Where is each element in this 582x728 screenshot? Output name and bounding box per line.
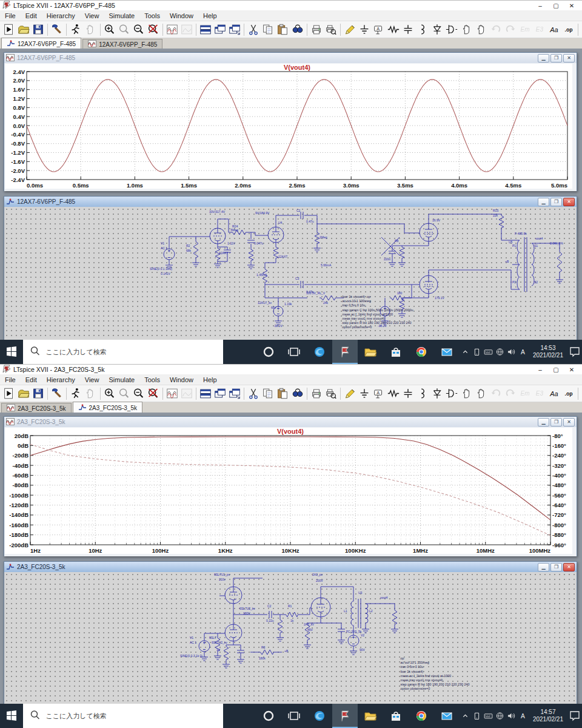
mark-em-icon[interactable]: Em [518, 386, 532, 401]
menu-hierarchy[interactable]: Hierarchy [42, 376, 80, 384]
menu-simulate[interactable]: Simulate [104, 376, 139, 384]
move-icon[interactable] [459, 22, 473, 37]
component-icon[interactable] [444, 386, 459, 401]
control-panel-icon[interactable] [50, 386, 64, 401]
menu-edit[interactable]: Edit [21, 12, 42, 20]
tile-windows-icon[interactable] [198, 386, 213, 401]
tab-12ax7-6v6pp_f-485[interactable]: 12AX7-6V6PP_F-485 [1, 38, 81, 49]
pencil-icon[interactable] [343, 22, 357, 37]
child-minimize-button[interactable]: ▁ [538, 418, 549, 426]
diode-icon[interactable] [430, 386, 444, 401]
bode-window-titlebar[interactable]: 2A3_FC20S-3_5k ▁ ❐ ✕ [4, 417, 577, 427]
pause-hand-icon[interactable] [83, 386, 98, 401]
zoom-out-icon[interactable] [132, 386, 146, 401]
schematic-window-titlebar[interactable]: 2A3_FC20S-3_5k ▁ ❐ ✕ [4, 562, 577, 572]
zoom-full-icon[interactable] [146, 22, 161, 37]
tray-volume-icon[interactable] [506, 345, 517, 359]
move-icon[interactable] [459, 386, 473, 401]
paste-icon[interactable] [275, 386, 290, 401]
taskbar-app-task-view[interactable] [281, 704, 307, 728]
menu-file[interactable]: File [0, 12, 21, 20]
child-restore-button[interactable]: ❐ [550, 54, 562, 62]
text-aa-icon[interactable]: Aa [547, 386, 561, 401]
tray-device-icon[interactable] [471, 709, 483, 723]
tray-network-globe-icon[interactable] [494, 709, 506, 723]
tray-keyboard-icon[interactable] [483, 709, 494, 723]
zoom-back-icon[interactable] [117, 386, 132, 401]
waveform-icon[interactable] [165, 22, 179, 37]
waveform-plot-area[interactable]: 2.4V2.0V1.6V1.2V0.8V0.4V0.0V-0.4V-0.8V-1… [4, 63, 577, 191]
start-button[interactable] [0, 704, 23, 728]
taskbar-app-task-view[interactable] [281, 340, 307, 364]
taskbar-app-store[interactable] [383, 340, 409, 364]
paste-icon[interactable] [275, 22, 290, 37]
zoom-back-icon[interactable] [117, 22, 132, 37]
waveform-window-titlebar[interactable]: 12AX7-6V6PP_F-485 ▁ ❐ ✕ [4, 53, 577, 63]
undo-icon[interactable] [489, 386, 503, 401]
tab-2a3_fc20s-3_5k[interactable]: 2A3_FC20S-3_5k [73, 402, 143, 413]
taskbar-app-edge[interactable] [307, 704, 332, 728]
spice-directive-icon[interactable]: .op [561, 22, 576, 37]
tray-chevron-up-icon[interactable] [460, 709, 471, 723]
save-icon[interactable] [31, 386, 45, 401]
menu-window[interactable]: Window [165, 12, 198, 20]
menu-file[interactable]: File [0, 376, 21, 384]
taskbar-app-chrome[interactable] [409, 704, 434, 728]
taskbar-app-edge[interactable] [307, 340, 332, 364]
print-preview-icon[interactable] [324, 22, 338, 37]
run-icon[interactable] [2, 22, 16, 37]
taskbar-app-ltspice[interactable] [332, 340, 358, 364]
tile-windows-icon[interactable] [198, 22, 213, 37]
runner-icon[interactable] [69, 22, 83, 37]
capacitor-icon[interactable] [401, 22, 415, 37]
open-icon[interactable] [16, 386, 31, 401]
inductor-icon[interactable] [415, 22, 430, 37]
text-aa-icon[interactable]: Aa [547, 22, 561, 37]
child-minimize-button[interactable]: ▁ [538, 563, 549, 571]
tab-12ax7-6v6pp_f-485[interactable]: 12AX7-6V6PP_F-485 [82, 39, 162, 49]
child-close-button[interactable]: ✕ [563, 563, 575, 571]
cascade-windows-icon[interactable] [213, 386, 227, 401]
print-preview-icon[interactable] [324, 386, 338, 401]
zoom-in-icon[interactable] [102, 22, 116, 37]
taskbar-app-opera[interactable] [256, 340, 281, 364]
taskbar-app-chrome[interactable] [409, 340, 434, 364]
taskbar-app-store[interactable] [383, 704, 409, 728]
notification-icon[interactable] [567, 340, 582, 364]
menu-window[interactable]: Window [165, 376, 198, 384]
taskbar-clock[interactable]: 14:57 2021/02/21 [529, 704, 567, 728]
ac-analysis-plot[interactable]: 20dB-80°0dB-160°-20dB-240°-40dB-320°-60d… [5, 428, 572, 554]
component-icon[interactable] [444, 22, 459, 37]
tray-keyboard-icon[interactable] [483, 345, 494, 359]
spice-directive-icon[interactable]: .op [561, 386, 576, 401]
capacitor-icon[interactable] [401, 386, 415, 401]
print-icon[interactable] [309, 22, 324, 37]
ground-icon[interactable] [357, 386, 372, 401]
menu-view[interactable]: View [80, 12, 104, 20]
start-button[interactable] [0, 340, 23, 364]
pencil-icon[interactable] [343, 386, 357, 401]
close-button[interactable]: ✕ [564, 366, 580, 373]
find-icon[interactable] [290, 22, 305, 37]
taskbar-clock[interactable]: 14:53 2021/02/21 [529, 340, 567, 364]
cascade-windows-icon[interactable] [213, 22, 227, 37]
restore-button[interactable]: ▢ [548, 366, 564, 373]
pause-hand-icon[interactable] [83, 22, 98, 37]
resistor-icon[interactable] [386, 386, 401, 401]
tray-ime-a-icon[interactable]: A [517, 709, 529, 723]
taskbar-search-box[interactable]: ここに入力して検索 [23, 340, 222, 364]
save-icon[interactable] [31, 22, 45, 37]
tab-2a3_fc20s-3_5k[interactable]: 2A3_FC20S-3_5k [1, 403, 72, 413]
child-close-button[interactable]: ✕ [563, 198, 575, 206]
child-restore-button[interactable]: ❐ [550, 198, 562, 206]
tray-chevron-up-icon[interactable] [460, 345, 471, 359]
taskbar-app-file-explorer[interactable] [358, 340, 383, 364]
tray-volume-icon[interactable] [506, 709, 517, 723]
taskbar-app-opera[interactable] [256, 704, 281, 728]
child-close-button[interactable]: ✕ [563, 54, 575, 62]
drag-icon[interactable] [474, 22, 489, 37]
cascade-windows-up-icon[interactable] [227, 386, 242, 401]
diode-icon[interactable] [430, 22, 444, 37]
zoom-out-icon[interactable] [132, 22, 146, 37]
undo-icon[interactable] [489, 22, 503, 37]
